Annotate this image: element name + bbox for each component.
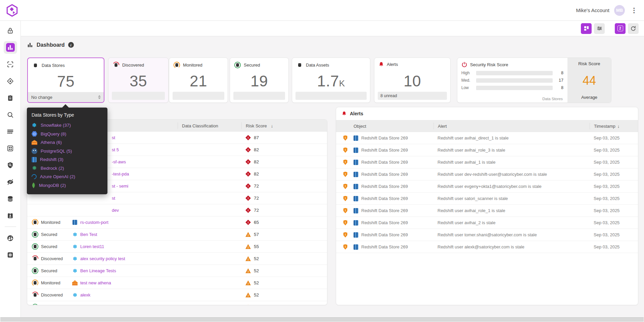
alert-row[interactable]: Redshift Data Store 269 Redshift user de… — [336, 168, 638, 180]
sidebar-item-identities[interactable] — [4, 209, 17, 222]
col-timestamp[interactable]: Timestamp — [590, 123, 638, 129]
card-data-assets[interactable]: Data Assets 1.7K — [292, 57, 370, 103]
classification-dot — [186, 148, 189, 152]
alert-row[interactable]: Redshift Data Store 269 Redshift user ev… — [336, 180, 638, 193]
card-security-risk-score[interactable]: Security Risk Score High8Med.17Low8 Data… — [457, 57, 611, 103]
search-icon — [6, 111, 14, 119]
col-risk-score[interactable]: Risk Score — [241, 122, 327, 129]
risk-bar-track — [476, 78, 553, 83]
popover-item[interactable]: BigQuery (8) — [32, 130, 103, 138]
datastore-link[interactable]: Loren test11 — [80, 244, 104, 249]
sidebar-item-dashboard[interactable] — [4, 41, 17, 54]
sidebar-item-posture[interactable] — [4, 159, 17, 171]
alert-row[interactable]: Redshift Data Store 269 Redshift user av… — [336, 205, 638, 217]
filters-button[interactable] — [594, 23, 605, 34]
alert-row[interactable]: Redshift Data Store 269 Redshift user av… — [336, 132, 638, 144]
sidebar-item-access[interactable] — [4, 24, 17, 37]
table-row[interactable]: Secured Ben Test 57 — [27, 229, 327, 241]
satori-logo-icon[interactable] — [5, 4, 19, 17]
risk-severity-icon — [245, 220, 251, 225]
datastore-link[interactable]: -test-pda — [112, 171, 129, 176]
table-row[interactable]: Discovered alexk 52 — [27, 289, 327, 301]
classification-dot — [197, 196, 201, 201]
datastore-link[interactable]: st 5 — [112, 147, 119, 152]
sidebar-item-scan[interactable] — [4, 58, 17, 71]
object-cell: Redshift Data Store 269 — [350, 232, 433, 238]
sidebar-item-search[interactable] — [4, 108, 17, 121]
datastore-link[interactable]: Ben Lineage Tests — [80, 268, 116, 273]
popover-item[interactable]: Athena (6) — [32, 138, 103, 147]
alert-row[interactable]: Redshift Data Store 269 Redshift user av… — [336, 217, 638, 229]
datastore-link[interactable]: st — [112, 196, 115, 201]
clipboard-icon — [6, 94, 14, 102]
datastore-link[interactable]: Ben Test — [80, 232, 97, 237]
info-icon[interactable]: i — [68, 42, 74, 48]
datastore-link[interactable]: -sf-aws — [112, 159, 126, 164]
popover-item[interactable]: Snowflake (37) — [32, 121, 103, 130]
object-cell: Redshift Data Store 269 — [350, 220, 433, 226]
layout-icon — [584, 26, 589, 31]
card-monitored[interactable]: Monitored 21 — [169, 57, 228, 103]
dashboard-view-button[interactable] — [581, 23, 592, 34]
severity-cell — [336, 148, 350, 153]
datastore-link[interactable]: alexk — [80, 292, 90, 297]
alert-row[interactable]: Redshift Data Store 269 Redshift user to… — [336, 229, 638, 241]
classification-dot — [191, 208, 195, 213]
card-data-stores[interactable]: Data Stores 75 No change — [27, 57, 104, 103]
table-row[interactable]: Secured Ben Lineage Tests 52 — [27, 265, 327, 277]
sidebar-item-users[interactable] — [4, 232, 17, 244]
table-row[interactable]: Secured Loren test11 55 — [27, 241, 327, 253]
sidebar-item-integrations[interactable] — [4, 142, 17, 155]
card-secured[interactable]: Secured 19 — [230, 57, 289, 103]
alert-row[interactable]: Redshift Data Store 269 Redshift user al… — [336, 241, 638, 253]
card-alerts[interactable]: Alerts 10 8 unread — [374, 57, 451, 103]
alert-text: Redshift user avihai_2 is stale — [433, 220, 590, 225]
datastore-link[interactable]: st — [112, 135, 115, 140]
account-name[interactable]: Mike's Account — [576, 7, 609, 13]
datastore-link[interactable]: st - semi — [112, 184, 128, 189]
sidebar-item-audit[interactable] — [4, 91, 17, 104]
popover-item[interactable]: MongoDB (2) — [32, 181, 103, 190]
status-label: Secured — [41, 232, 57, 237]
risk-cell: 72 — [241, 184, 327, 189]
classification-dot — [180, 281, 184, 285]
risk-severity-icon — [245, 292, 251, 298]
datastore-link[interactable]: dev — [112, 208, 119, 213]
alert-row[interactable]: Redshift Data Store 269 Redshift user av… — [336, 156, 638, 168]
table-row[interactable]: dev 72 — [27, 204, 327, 216]
avatar[interactable]: MB — [614, 5, 625, 16]
popover-item[interactable]: PostgreSQL (5) — [32, 147, 103, 156]
alert-row[interactable]: Redshift Data Store 269 Redshift user av… — [336, 144, 638, 156]
popover-item[interactable]: Azure OpenAI (2) — [32, 172, 103, 181]
sidebar-item-masking[interactable] — [4, 175, 17, 188]
refresh-button[interactable] — [628, 23, 639, 34]
classification-dot — [209, 135, 212, 140]
alert-row[interactable]: Redshift Data Store 269 Redshift user sa… — [336, 193, 638, 205]
card-discovered[interactable]: Discovered 35 — [108, 57, 169, 103]
object-name: Redshift Data Store 269 — [361, 184, 408, 189]
datastore-link[interactable]: test new athena — [80, 280, 111, 285]
alerts-table-header: Object Alert Timestamp — [336, 120, 638, 132]
popover-item[interactable]: Redshift (3) — [32, 155, 103, 164]
popover-item[interactable]: Bedrock (2) — [32, 164, 103, 173]
datastore-link[interactable]: rs-custom-port — [80, 220, 108, 225]
kebab-menu-icon[interactable]: ⋮ — [630, 6, 639, 14]
classification-dot — [180, 160, 184, 164]
sidebar-item-flows[interactable] — [4, 125, 17, 138]
table-row[interactable]: Monitored rs-custom-port 65 — [27, 216, 327, 229]
trend-selector[interactable]: No change — [28, 92, 104, 102]
table-row[interactable]: Discovered alex security policy test 52 — [27, 253, 327, 265]
sidebar-item-policies[interactable] — [4, 75, 17, 87]
pages-button[interactable]: 2 — [615, 23, 626, 34]
classification-dot — [209, 172, 212, 176]
risk-bar-track — [476, 86, 553, 90]
status-label: Secured — [41, 268, 57, 273]
datastore-link[interactable]: alex security policy test — [80, 256, 125, 261]
sidebar-item-datastores[interactable] — [4, 192, 17, 205]
table-row[interactable]: Monitored test new athena 52 — [27, 277, 327, 289]
table-row[interactable]: Secured — [27, 301, 327, 305]
classification-dot — [186, 135, 189, 140]
sidebar-item-settings[interactable] — [4, 248, 17, 261]
popover-item-label: Athena (6) — [41, 140, 62, 145]
data-assets-icon — [296, 62, 303, 69]
